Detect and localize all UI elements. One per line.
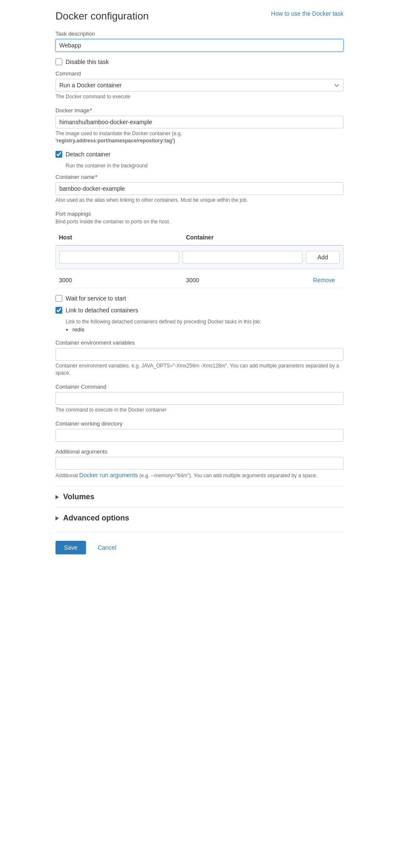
port-col-action [310,232,344,242]
port-add-button[interactable]: Add [306,251,340,264]
detach-container-group: Detach container Run the container in th… [55,151,344,169]
port-remove-cell: Remove [310,277,344,284]
wait-for-service-checkbox[interactable] [55,295,62,302]
link-to-detached-group: Link to detached containers Link to the … [55,307,344,333]
volumes-arrow-icon [55,495,59,499]
container-command-hint: The command to execute in the Docker con… [55,406,344,414]
container-workdir-label: Container working directory [55,420,344,427]
volumes-header[interactable]: Volumes [55,492,344,501]
docker-image-input[interactable] [55,116,344,128]
port-container-value: 3000 [183,277,310,284]
container-workdir-group: Container working directory [55,420,344,442]
link-detached-hint: Link to the following detached container… [66,319,344,325]
container-env-label: Container environment variables [55,339,344,346]
port-col-host: Host [55,232,183,242]
detach-container-hint: Run the container in the background [66,163,344,169]
page-title: Docker configuration [55,10,149,22]
container-env-hint: Container environment variables. e.g. JA… [55,362,344,377]
container-name-required: * [95,174,97,180]
port-table-header: Host Container [55,230,344,245]
link-detached-checkbox[interactable] [55,307,62,314]
wait-for-service-row: Wait for service to start [55,295,344,302]
additional-args-group: Additional arguments Additional Docker r… [55,448,344,480]
disable-task-row: Disable this task [55,58,344,65]
footer-actions: Save Cancel [55,532,344,554]
docker-image-hint: The image used to instantiate the Docker… [55,130,344,145]
port-remove-link[interactable]: Remove [313,277,335,284]
container-command-group: Container Command The command to execute… [55,384,344,414]
detach-container-checkbox[interactable] [55,151,62,158]
container-workdir-input[interactable] [55,429,344,442]
container-name-group: Container name* Also used as the alias w… [55,174,344,204]
detach-container-label[interactable]: Detach container [66,151,111,158]
hint-suffix: (e.g. --memory="64m"). You can add multi… [138,473,318,479]
port-mappings-hint: Bind ports inside the container to ports… [55,219,344,225]
container-env-group: Container environment variables Containe… [55,339,344,377]
save-button[interactable]: Save [55,541,86,554]
task-description-label: Task description [55,31,344,37]
link-detached-list: redis [72,326,344,333]
wait-for-service-label[interactable]: Wait for service to start [66,295,126,302]
additional-args-input[interactable] [55,457,344,470]
port-host-value: 3000 [55,277,183,284]
command-hint: The Docker command to execute [55,93,344,100]
advanced-section: Advanced options [55,507,344,529]
container-name-hint: Also used as the alias when linking to o… [55,197,344,204]
port-mappings-title: Port mappings [55,211,344,217]
port-container-input[interactable] [183,251,302,264]
docker-image-required: * [90,107,92,114]
link-detached-label[interactable]: Link to detached containers [66,307,138,314]
advanced-arrow-icon [55,516,59,520]
command-label: Command [55,70,344,77]
container-command-input[interactable] [55,392,344,405]
container-name-input[interactable] [55,182,344,195]
port-input-row: Add [55,245,344,269]
container-name-label: Container name* [55,174,344,180]
container-command-label: Container Command [55,384,344,390]
docker-image-label: Docker image* [55,107,344,114]
docker-run-args-link[interactable]: Docker run arguments [79,472,138,479]
link-list-item-redis: redis [72,326,344,333]
link-detached-row: Link to detached containers [55,307,344,314]
command-select[interactable]: Run a Docker container Build an image fr… [55,79,344,92]
help-link[interactable]: How to use the Docker task [271,10,344,17]
task-description-input[interactable] [55,39,344,52]
task-description-group: Task description [55,31,344,52]
disable-task-label[interactable]: Disable this task [66,58,109,65]
advanced-header[interactable]: Advanced options [55,514,344,523]
additional-args-hint: Additional Docker run arguments (e.g. --… [55,471,344,480]
docker-image-group: Docker image* The image used to instanti… [55,107,344,145]
advanced-title: Advanced options [63,514,129,523]
detach-checkbox-row: Detach container [55,151,344,158]
disable-task-checkbox[interactable] [55,58,62,65]
port-host-input[interactable] [59,251,179,264]
container-env-input[interactable] [55,348,344,361]
port-mappings-section: Port mappings Bind ports inside the cont… [55,211,344,288]
volumes-section: Volumes [55,486,344,507]
volumes-title: Volumes [63,492,94,501]
cancel-button[interactable]: Cancel [91,541,123,554]
port-data-row: 3000 3000 Remove [55,273,344,288]
header-row: Docker configuration How to use the Dock… [55,10,344,22]
additional-args-label: Additional arguments [55,448,344,455]
hint-prefix: Additional [55,473,79,479]
command-group: Command Run a Docker container Build an … [55,70,344,100]
port-col-container: Container [183,232,310,242]
